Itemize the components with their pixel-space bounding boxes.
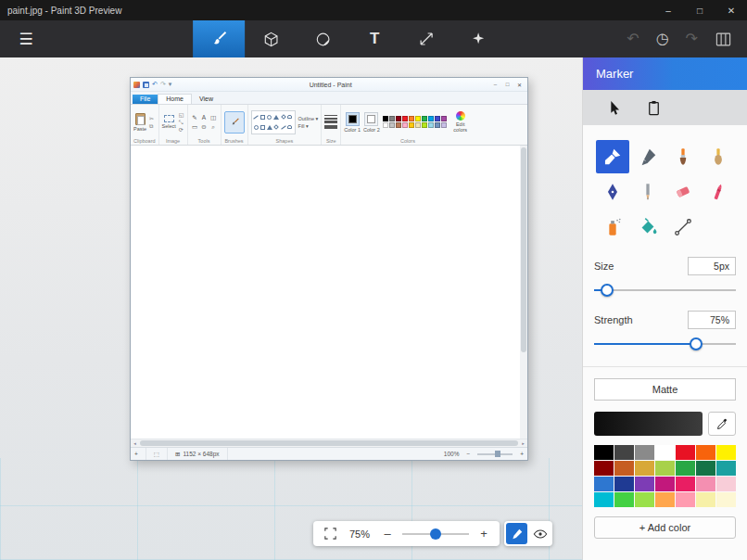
color-swatch[interactable] <box>635 492 654 507</box>
menu-button[interactable]: ☰ <box>0 20 52 57</box>
tab-stickers[interactable] <box>297 20 348 57</box>
art-tool-pencil[interactable] <box>631 175 665 209</box>
cube-icon <box>262 31 280 48</box>
art-tool-oil-brush[interactable] <box>666 140 700 173</box>
tab-art-tools[interactable] <box>193 20 245 57</box>
art-tool-crayon[interactable] <box>702 175 735 209</box>
color-swatch[interactable] <box>383 122 388 128</box>
draw-mode-button[interactable] <box>506 523 527 544</box>
tab-canvas[interactable] <box>400 20 452 57</box>
color-swatch[interactable] <box>428 122 434 128</box>
color-swatch[interactable] <box>635 477 654 491</box>
color-swatch[interactable] <box>655 492 675 507</box>
art-tool-marker[interactable] <box>596 140 629 173</box>
zoom-out-button[interactable]: – <box>381 527 394 541</box>
art-tool-eraser[interactable] <box>666 175 700 209</box>
color-swatch[interactable] <box>402 116 408 121</box>
color-swatch[interactable] <box>389 122 395 128</box>
color-swatch[interactable] <box>676 492 695 507</box>
color-swatch[interactable] <box>614 477 634 491</box>
color-swatch[interactable] <box>635 461 654 476</box>
minimize-button[interactable]: – <box>652 0 684 20</box>
color-swatch[interactable] <box>716 492 736 507</box>
size-input[interactable]: 5px <box>688 257 736 275</box>
current-color-preview[interactable] <box>594 412 703 436</box>
art-tool-watercolor[interactable] <box>702 140 735 173</box>
size-slider[interactable] <box>594 283 736 298</box>
color-swatch[interactable] <box>409 122 414 128</box>
art-tool-spray-can[interactable] <box>596 210 629 244</box>
select-cursor-icon[interactable] <box>605 99 623 117</box>
clipboard-icon[interactable] <box>645 99 663 117</box>
size-slider-thumb[interactable] <box>601 284 614 297</box>
clipboard-group-label: Clipboard <box>133 137 156 144</box>
pen-icon <box>511 528 524 541</box>
color-swatch[interactable] <box>594 492 614 507</box>
view-mode-button[interactable] <box>529 523 551 544</box>
art-tool-calligraphy-pen[interactable] <box>631 140 665 173</box>
zoom-in-button[interactable]: + <box>477 527 490 541</box>
color-swatch[interactable] <box>594 461 614 476</box>
close-button[interactable]: ✕ <box>715 0 747 20</box>
strength-slider[interactable] <box>594 337 736 351</box>
color-swatch[interactable] <box>614 492 634 507</box>
zoom-slider-thumb[interactable] <box>430 528 441 540</box>
color-swatch[interactable] <box>655 461 675 476</box>
art-tool-pixel-pen[interactable] <box>596 175 629 209</box>
color-swatch[interactable] <box>676 477 695 491</box>
color-swatch[interactable] <box>655 477 675 491</box>
color-swatch[interactable] <box>676 461 695 476</box>
3d-library-icon[interactable] <box>715 31 732 48</box>
color-swatch[interactable] <box>428 116 434 121</box>
mode-tabs: T <box>193 20 504 57</box>
color-swatch[interactable] <box>441 122 447 128</box>
sticker-icon <box>314 31 332 48</box>
color-swatch[interactable] <box>635 445 654 460</box>
tab-3d[interactable] <box>245 20 297 57</box>
color-swatch[interactable] <box>396 116 401 121</box>
color-swatch[interactable] <box>716 477 736 491</box>
color-swatch[interactable] <box>402 122 408 128</box>
tab-effects[interactable] <box>452 20 504 57</box>
color-swatch[interactable] <box>383 116 388 121</box>
strength-slider-thumb[interactable] <box>690 337 703 350</box>
color-swatch[interactable] <box>696 445 715 460</box>
canvas-image-paint-window[interactable]: ↶ ↷ ▾ Untitled - Paint – □ ✕ File Home V… <box>130 77 528 461</box>
color-swatch[interactable] <box>435 116 440 121</box>
color-swatch[interactable] <box>422 122 427 128</box>
color-swatch[interactable] <box>655 445 675 460</box>
color-swatch[interactable] <box>716 461 736 476</box>
undo-button[interactable]: ↶ <box>627 32 639 46</box>
history-button[interactable]: ◷ <box>656 32 669 46</box>
maximize-button[interactable]: □ <box>684 0 715 20</box>
art-tool-fill[interactable] <box>631 210 665 244</box>
color-swatch[interactable] <box>696 477 715 491</box>
color-swatch[interactable] <box>696 492 715 507</box>
paint-quick-access-toolbar: ↶ ↷ ▾ <box>131 81 171 88</box>
color-swatch[interactable] <box>435 122 440 128</box>
finish-dropdown[interactable]: Matte <box>594 378 736 401</box>
tab-text[interactable]: T <box>348 20 400 57</box>
color-swatch[interactable] <box>396 122 401 128</box>
color-swatch[interactable] <box>441 116 447 121</box>
color-swatch[interactable] <box>415 116 421 121</box>
color-swatch[interactable] <box>415 122 421 128</box>
color-swatch[interactable] <box>409 116 414 121</box>
workspace[interactable]: ↶ ↷ ▾ Untitled - Paint – □ ✕ File Home V… <box>0 57 582 560</box>
crop-select-icon[interactable] <box>323 526 338 541</box>
color-swatch[interactable] <box>422 116 427 121</box>
zoom-slider[interactable] <box>402 528 469 541</box>
color-swatch[interactable] <box>594 445 614 460</box>
color-swatch[interactable] <box>696 461 715 476</box>
eyedropper-button[interactable] <box>708 412 736 436</box>
color-swatch[interactable] <box>614 461 634 476</box>
color-swatch[interactable] <box>676 445 695 460</box>
color-swatch[interactable] <box>594 477 614 491</box>
art-tool-line[interactable] <box>666 210 700 244</box>
color-swatch[interactable] <box>389 116 395 121</box>
strength-input[interactable]: 75% <box>688 311 736 329</box>
redo-button[interactable]: ↷ <box>686 32 698 46</box>
color-swatch[interactable] <box>614 445 634 460</box>
color-swatch[interactable] <box>716 445 736 460</box>
add-color-button[interactable]: + Add color <box>594 516 736 539</box>
